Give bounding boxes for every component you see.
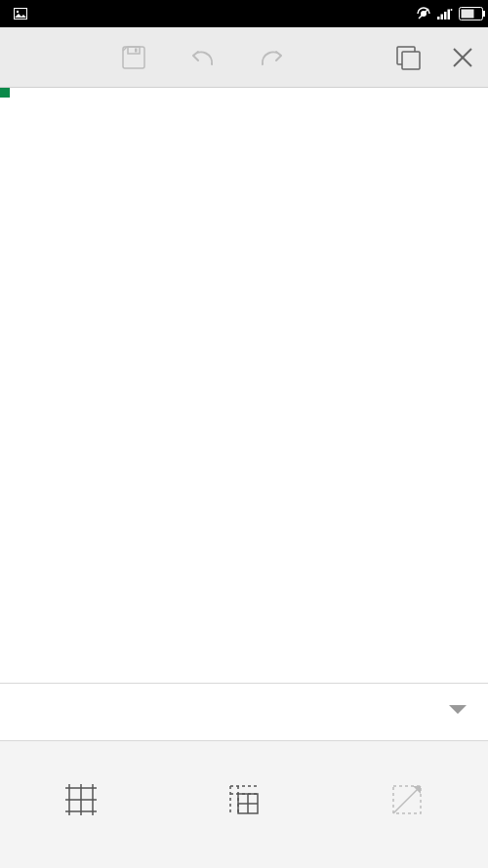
hide-gridlines-button[interactable] — [63, 780, 99, 829]
redo-icon[interactable] — [258, 47, 287, 68]
svg-rect-14 — [135, 48, 138, 52]
close-icon[interactable] — [451, 46, 474, 69]
grid-icon — [63, 780, 99, 819]
selection-handle-br[interactable] — [0, 88, 10, 98]
bottom-toolbar — [0, 741, 488, 868]
svg-point-1 — [17, 11, 19, 13]
svg-rect-4 — [437, 17, 440, 20]
windows-icon[interactable] — [394, 44, 422, 71]
save-icon[interactable] — [121, 45, 146, 70]
svg-rect-10 — [483, 11, 485, 17]
svg-line-3 — [419, 9, 428, 19]
battery-icon — [459, 7, 486, 20]
expand-icon — [389, 780, 425, 819]
svg-rect-16 — [402, 52, 420, 69]
svg-rect-7 — [448, 10, 451, 20]
hide-headers-button[interactable] — [226, 780, 262, 829]
headers-icon — [226, 780, 262, 819]
svg-point-8 — [451, 9, 453, 11]
svg-rect-11 — [462, 10, 474, 19]
mute-icon — [416, 6, 431, 21]
third-option-button — [389, 780, 425, 829]
undo-icon[interactable] — [187, 47, 217, 68]
chevron-down-icon — [447, 703, 468, 721]
svg-rect-12 — [123, 47, 144, 68]
signal-icon — [437, 8, 453, 20]
spreadsheet[interactable] — [0, 88, 488, 683]
svg-rect-6 — [444, 12, 447, 20]
panel-header[interactable] — [0, 683, 488, 741]
svg-rect-13 — [128, 47, 140, 54]
svg-rect-5 — [441, 15, 444, 20]
toolbar — [0, 27, 488, 88]
picture-icon — [14, 8, 27, 20]
status-bar — [0, 0, 488, 27]
